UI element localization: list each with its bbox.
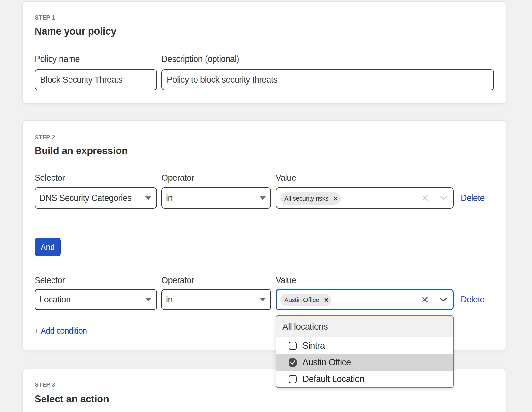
value-label: Value (276, 172, 296, 183)
and-button[interactable]: And (35, 238, 61, 256)
delete-condition-row1[interactable]: Delete (461, 193, 485, 203)
tag-remove-icon[interactable] (334, 196, 338, 201)
selector-select-row2[interactable]: Location (35, 289, 157, 310)
dropdown-option-default-location[interactable]: Default Location (276, 371, 453, 387)
select-caret-icon (145, 298, 151, 301)
dropdown-option-label: Austin Office (302, 357, 351, 367)
step2-label: STEP 2 (35, 134, 55, 141)
value-tag: All security risks (280, 192, 341, 205)
chevron-down-icon[interactable] (440, 196, 447, 200)
description-label: Description (optional) (161, 54, 239, 64)
dropdown-header-all-locations[interactable]: All locations (276, 316, 453, 337)
add-condition-link[interactable]: + Add condition (35, 326, 87, 336)
selector-label: Selector (35, 275, 65, 286)
value-label: Value (276, 275, 296, 286)
tag-remove-icon[interactable] (324, 298, 328, 302)
checkbox-unchecked[interactable] (289, 375, 297, 383)
value-tag-text: All security risks (284, 195, 328, 202)
step1-title: Name your policy (35, 25, 116, 37)
value-multiselect-row1[interactable]: All security risks (276, 187, 454, 209)
description-input[interactable] (161, 69, 494, 90)
check-icon (290, 360, 295, 365)
operator-select-row1[interactable]: in (161, 187, 271, 209)
clear-value-icon[interactable] (422, 297, 428, 303)
selector-select-row2-value: Location (39, 295, 71, 305)
dropdown-option-label: Default Location (302, 374, 365, 384)
step3-title: Select an action (35, 393, 109, 405)
operator-select-row2-value: in (166, 295, 173, 305)
dropdown-option-sintra[interactable]: Sintra (276, 337, 453, 354)
checkbox-checked[interactable] (289, 358, 297, 367)
step1-card: STEP 1 Name your policy Policy name Desc… (22, 1, 506, 104)
location-dropdown: All locations Sintra Austin Office Defau… (276, 315, 454, 388)
delete-condition-row2[interactable]: Delete (461, 294, 485, 305)
chevron-down-icon[interactable] (440, 298, 447, 302)
operator-select-row2[interactable]: in (161, 289, 271, 310)
clear-value-icon[interactable] (422, 195, 428, 201)
policy-name-label: Policy name (35, 54, 80, 64)
dropdown-option-label: Sintra (302, 341, 325, 351)
selector-label: Selector (35, 172, 65, 183)
selector-select-row1-value: DNS Security Categories (39, 193, 131, 203)
selector-select-row1[interactable]: DNS Security Categories (35, 187, 157, 209)
value-tag: Austin Office (280, 294, 331, 306)
value-multiselect-row2[interactable]: Austin Office (276, 289, 454, 310)
operator-select-row1-value: in (166, 193, 173, 203)
dropdown-option-austin-office[interactable]: Austin Office (276, 354, 453, 371)
select-caret-icon (260, 196, 266, 200)
select-caret-icon (145, 196, 151, 200)
value-tag-text: Austin Office (284, 296, 319, 304)
step3-label: STEP 3 (35, 381, 55, 388)
operator-label: Operator (161, 275, 194, 286)
step2-title: Build an expression (35, 145, 128, 157)
select-caret-icon (260, 298, 266, 301)
checkbox-unchecked[interactable] (289, 342, 297, 350)
step1-label: STEP 1 (35, 14, 55, 21)
policy-name-input[interactable] (35, 69, 157, 90)
operator-label: Operator (161, 172, 194, 183)
